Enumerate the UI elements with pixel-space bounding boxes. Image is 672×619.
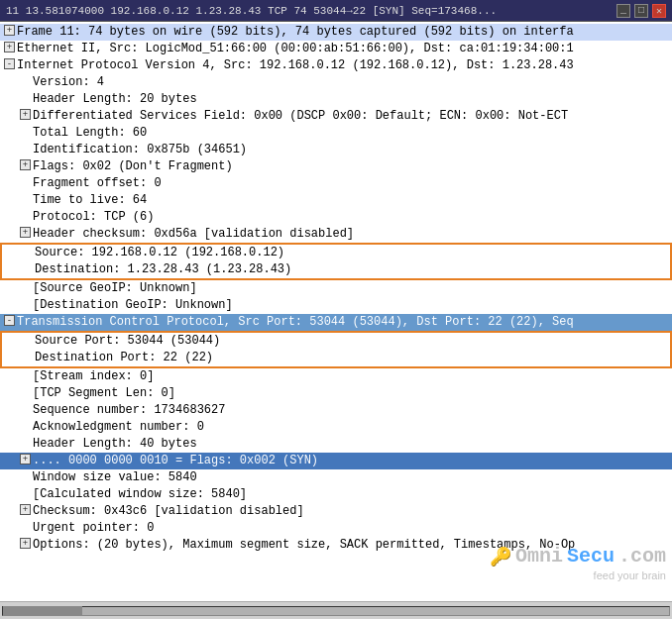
packet-row[interactable]: Window size value: 5840 bbox=[0, 469, 672, 486]
row-text: Total Length: 60 bbox=[33, 126, 668, 141]
packet-row[interactable]: [Source GeoIP: Unknown] bbox=[0, 280, 672, 297]
packet-row[interactable]: Identification: 0x875b (34651) bbox=[0, 142, 672, 158]
expand-icon[interactable]: + bbox=[4, 25, 15, 36]
row-text: Flags: 0x02 (Don't Fragment) bbox=[33, 159, 668, 174]
expand-icon[interactable]: + bbox=[20, 159, 31, 170]
packet-detail-pane: +Frame 11: 74 bytes on wire (592 bits), … bbox=[0, 22, 672, 601]
packet-row[interactable]: Total Length: 60 bbox=[0, 125, 672, 142]
row-text: Header checksum: 0xd56a [validation disa… bbox=[33, 227, 668, 242]
packet-row[interactable]: Protocol: TCP (6) bbox=[0, 209, 672, 226]
expand-icon[interactable]: + bbox=[20, 504, 31, 515]
title-bar-text: 11 13.581074000 192.168.0.12 1.23.28.43 … bbox=[6, 5, 611, 17]
row-text: Fragment offset: 0 bbox=[33, 176, 668, 191]
packet-row[interactable]: +Checksum: 0x43c6 [validation disabled] bbox=[0, 503, 672, 520]
expand-icon[interactable]: + bbox=[4, 42, 15, 52]
row-text: Transmission Control Protocol, Src Port:… bbox=[17, 315, 668, 330]
minimize-button[interactable]: _ bbox=[616, 4, 630, 18]
packet-row[interactable]: Destination Port: 22 (22) bbox=[0, 350, 672, 368]
row-text: Source: 192.168.0.12 (192.168.0.12) bbox=[35, 246, 666, 260]
row-text: .... 0000 0000 0010 = Flags: 0x002 (SYN) bbox=[33, 454, 668, 468]
row-text: Destination: 1.23.28.43 (1.23.28.43) bbox=[35, 262, 666, 277]
row-text: [TCP Segment Len: 0] bbox=[33, 386, 668, 401]
packet-row[interactable]: Acknowledgment number: 0 bbox=[0, 419, 672, 436]
content-inner: +Frame 11: 74 bytes on wire (592 bits), … bbox=[0, 24, 672, 554]
packet-row[interactable]: Header Length: 20 bytes bbox=[0, 91, 672, 108]
packet-row[interactable]: [TCP Segment Len: 0] bbox=[0, 385, 672, 402]
packet-row[interactable]: Fragment offset: 0 bbox=[0, 175, 672, 192]
horizontal-scrollbar[interactable] bbox=[0, 601, 672, 619]
row-text: Sequence number: 1734683627 bbox=[33, 403, 668, 418]
watermark-tagline: feed your brain bbox=[594, 569, 666, 581]
packet-row[interactable]: +Flags: 0x02 (Don't Fragment) bbox=[0, 158, 672, 175]
packet-row[interactable]: -Transmission Control Protocol, Src Port… bbox=[0, 314, 672, 331]
row-text: Header Length: 40 bytes bbox=[33, 437, 668, 452]
packet-row[interactable]: +.... 0000 0000 0010 = Flags: 0x002 (SYN… bbox=[0, 453, 672, 469]
title-bar: 11 13.581074000 192.168.0.12 1.23.28.43 … bbox=[0, 0, 672, 22]
close-button[interactable]: ✕ bbox=[652, 4, 666, 18]
packet-row[interactable]: [Calculated window size: 5840] bbox=[0, 486, 672, 503]
watermark: 🔑 OmniSecu.com feed your brain bbox=[490, 545, 666, 581]
packet-row[interactable]: [Stream index: 0] bbox=[0, 368, 672, 385]
packet-row[interactable]: Destination: 1.23.28.43 (1.23.28.43) bbox=[0, 261, 672, 280]
expand-icon[interactable]: + bbox=[20, 454, 31, 464]
row-text: [Calculated window size: 5840] bbox=[33, 487, 668, 502]
row-text: Ethernet II, Src: LogicMod_51:66:00 (00:… bbox=[17, 42, 668, 56]
row-text: Window size value: 5840 bbox=[33, 470, 668, 485]
row-text: Acknowledgment number: 0 bbox=[33, 420, 668, 435]
row-text: [Stream index: 0] bbox=[33, 369, 668, 384]
watermark-com: .com bbox=[618, 545, 666, 567]
row-text: Identification: 0x875b (34651) bbox=[33, 143, 668, 157]
row-text: Urgent pointer: 0 bbox=[33, 521, 668, 536]
row-text: [Source GeoIP: Unknown] bbox=[33, 281, 668, 296]
key-icon: 🔑 bbox=[490, 546, 511, 567]
packet-row[interactable]: Header Length: 40 bytes bbox=[0, 436, 672, 453]
expand-icon[interactable]: + bbox=[20, 227, 31, 238]
row-text: Protocol: TCP (6) bbox=[33, 210, 668, 225]
row-text: Frame 11: 74 bytes on wire (592 bits), 7… bbox=[17, 25, 668, 40]
scrollbar-track[interactable] bbox=[2, 606, 670, 616]
watermark-omni: Omni bbox=[515, 545, 563, 567]
packet-row[interactable]: Version: 4 bbox=[0, 74, 672, 91]
row-text: Destination Port: 22 (22) bbox=[35, 351, 666, 365]
row-text: Internet Protocol Version 4, Src: 192.16… bbox=[17, 58, 668, 73]
packet-row[interactable]: Source Port: 53044 (53044) bbox=[0, 331, 672, 350]
row-text: Checksum: 0x43c6 [validation disabled] bbox=[33, 504, 668, 519]
scrollbar-thumb[interactable] bbox=[3, 606, 82, 616]
collapse-icon[interactable]: - bbox=[4, 58, 15, 69]
row-text: Header Length: 20 bytes bbox=[33, 92, 668, 107]
packet-row[interactable]: Urgent pointer: 0 bbox=[0, 520, 672, 537]
row-text: Time to live: 64 bbox=[33, 193, 668, 208]
packet-row[interactable]: +Frame 11: 74 bytes on wire (592 bits), … bbox=[0, 24, 672, 41]
packet-row[interactable]: Source: 192.168.0.12 (192.168.0.12) bbox=[0, 243, 672, 261]
packet-row[interactable]: +Ethernet II, Src: LogicMod_51:66:00 (00… bbox=[0, 41, 672, 57]
collapse-icon[interactable]: - bbox=[4, 315, 15, 326]
expand-icon[interactable]: + bbox=[20, 538, 31, 549]
title-bar-controls: _ □ ✕ bbox=[616, 4, 666, 18]
row-text: Source Port: 53044 (53044) bbox=[35, 334, 666, 349]
packet-row[interactable]: [Destination GeoIP: Unknown] bbox=[0, 297, 672, 314]
packet-row[interactable]: -Internet Protocol Version 4, Src: 192.1… bbox=[0, 57, 672, 74]
packet-row[interactable]: +Header checksum: 0xd56a [validation dis… bbox=[0, 226, 672, 243]
row-text: Differentiated Services Field: 0x00 (DSC… bbox=[33, 109, 668, 124]
maximize-button[interactable]: □ bbox=[634, 4, 648, 18]
watermark-secu: Secu bbox=[567, 545, 615, 567]
packet-row[interactable]: Time to live: 64 bbox=[0, 192, 672, 209]
packet-row[interactable]: +Differentiated Services Field: 0x00 (DS… bbox=[0, 108, 672, 125]
row-text: [Destination GeoIP: Unknown] bbox=[33, 298, 668, 313]
expand-icon[interactable]: + bbox=[20, 109, 31, 120]
row-text: Version: 4 bbox=[33, 75, 668, 90]
packet-row[interactable]: Sequence number: 1734683627 bbox=[0, 402, 672, 419]
